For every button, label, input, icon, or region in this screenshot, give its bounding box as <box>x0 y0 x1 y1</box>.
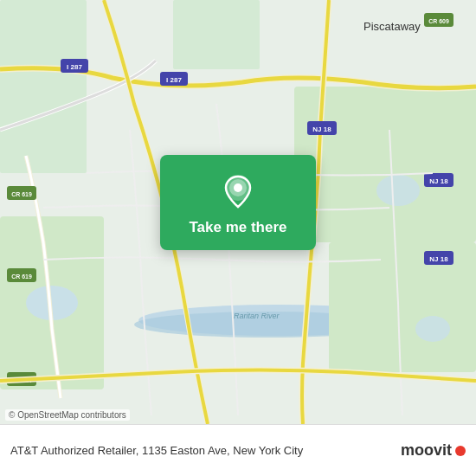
svg-text:I 287: I 287 <box>67 63 82 71</box>
svg-rect-8 <box>173 0 260 69</box>
moovit-text: moovit <box>401 441 452 460</box>
info-bar: AT&T Authorized Retailer, 1135 Easton Av… <box>0 424 476 476</box>
moovit-logo: moovit <box>401 441 466 460</box>
location-text: AT&T Authorized Retailer, 1135 Easton Av… <box>10 444 392 457</box>
svg-text:CR 619: CR 619 <box>11 191 32 197</box>
svg-text:NJ 18: NJ 18 <box>429 255 448 263</box>
svg-point-11 <box>415 316 450 342</box>
svg-text:NJ 18: NJ 18 <box>429 177 448 185</box>
take-me-there-banner[interactable]: Take me there <box>160 155 316 250</box>
svg-rect-7 <box>0 0 87 173</box>
moovit-dot <box>455 446 466 456</box>
svg-point-33 <box>234 183 242 192</box>
location-pin-icon <box>219 172 257 210</box>
svg-point-10 <box>376 175 420 206</box>
svg-text:Raritan River: Raritan River <box>234 312 280 320</box>
svg-text:Piscataway: Piscataway <box>363 20 421 33</box>
svg-text:CR 609: CR 609 <box>428 18 449 24</box>
svg-text:CR 619: CR 619 <box>11 273 32 280</box>
svg-text:NJ 18: NJ 18 <box>312 125 331 133</box>
svg-text:I 287: I 287 <box>166 76 182 84</box>
osm-attribution: © OpenStreetMap contributors <box>5 409 130 421</box>
take-me-there-label: Take me there <box>189 219 286 236</box>
map-container: Raritan River I 287 I 287 NJ 18 NJ 18 NJ… <box>0 0 476 424</box>
